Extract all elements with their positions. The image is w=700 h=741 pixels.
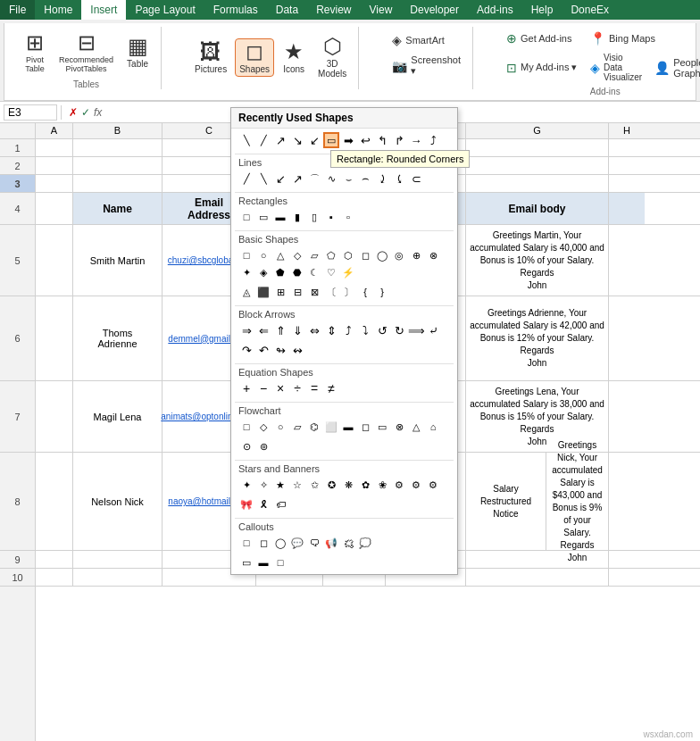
callout6[interactable]: 📢 [323,535,339,551]
cell-a7[interactable] [36,381,73,452]
cell-a6[interactable] [36,296,73,380]
star3[interactable]: ★ [272,477,288,493]
bs18[interactable]: ♡ [323,264,339,280]
fc7[interactable]: ▬ [340,419,356,435]
fc5[interactable]: ⌬ [306,419,322,435]
bing-maps-button[interactable]: 📍 Bing Maps [586,29,660,48]
callout11[interactable]: □ [272,554,288,570]
bs16[interactable]: ⬣ [289,264,305,280]
cell-h10[interactable] [609,569,645,586]
bs5[interactable]: ▱ [306,247,322,263]
star5[interactable]: ✩ [306,477,322,493]
row-num-10[interactable]: 10 [0,569,35,587]
bs8[interactable]: ◻ [357,247,373,263]
bs4[interactable]: ◇ [289,247,305,263]
col-header-h[interactable]: H [609,123,645,138]
fc13[interactable]: ⊙ [238,438,254,454]
cell-g4-email-body-header[interactable]: Email body [466,193,609,224]
fc1[interactable]: □ [238,419,254,435]
ba3[interactable]: ⇑ [272,322,288,338]
cell-h5[interactable] [609,225,645,296]
bs6[interactable]: ⬠ [323,247,339,263]
line-bracket[interactable]: ⊂ [408,171,424,187]
star1[interactable]: ✦ [238,477,254,493]
shape-right-arrow[interactable]: ➡ [340,132,356,148]
shape-bend1[interactable]: ↩ [357,132,373,148]
bs15[interactable]: ⬟ [272,264,288,280]
cell-g8-email-body[interactable]: Greetings Nick, Your accumulated Salary … [546,453,609,550]
bs17[interactable]: ☾ [306,264,322,280]
fc6[interactable]: ⬜ [323,419,339,435]
cell-b7-name[interactable]: Magil Lena [73,381,162,452]
shape-arrow4[interactable]: → [408,132,424,148]
bs12[interactable]: ⊗ [425,247,441,263]
callout5[interactable]: 🗨 [306,535,322,551]
rect5[interactable]: ▯ [306,209,322,225]
menu-addins[interactable]: Add-ins [468,0,522,20]
menu-doneex[interactable]: DoneEx [562,0,618,20]
recommended-pivottables-button[interactable]: ⊟ RecommendedPivotTables [54,29,118,76]
row-num-9[interactable]: 9 [0,551,35,569]
shape-arrow3[interactable]: ↙ [306,132,322,148]
bs20[interactable]: ◬ [238,284,254,300]
bs1[interactable]: □ [238,247,254,263]
row-num-7[interactable]: 7 [0,381,35,453]
line-elbow2[interactable]: ⤹ [391,171,407,187]
cell-g3[interactable] [466,175,609,192]
menu-review[interactable]: Review [307,0,360,20]
bs24[interactable]: ⊠ [306,284,322,300]
row-num-8[interactable]: 8 [0,453,35,551]
line-ul[interactable]: ↙ [272,171,288,187]
line-arc2[interactable]: ⌣ [340,171,356,187]
rect3[interactable]: ▬ [272,209,288,225]
cell-a5[interactable] [36,225,73,296]
my-addins-button[interactable]: ⊡ My Add-ins ▾ [502,50,582,85]
callout1[interactable]: □ [238,535,254,551]
shapes-button[interactable]: ◻ Shapes [235,38,274,77]
eq3[interactable]: × [272,380,288,396]
cell-notice[interactable]: Salary Restructured Notice [466,453,546,550]
gear1[interactable]: ⚙ [391,477,407,493]
line-back[interactable]: ╲ [255,171,271,187]
callout4[interactable]: 💬 [289,535,305,551]
ba6[interactable]: ⇕ [323,322,339,338]
ba11[interactable]: ⟹ [408,322,424,338]
cell-a1[interactable] [36,139,73,156]
eq1[interactable]: + [238,380,254,396]
ba9[interactable]: ↺ [374,322,390,338]
bs28[interactable]: } [374,284,390,300]
ba13[interactable]: ↷ [238,342,254,358]
shape-line2[interactable]: ╱ [255,132,271,148]
ba14[interactable]: ↶ [255,342,271,358]
menu-home[interactable]: Home [35,0,81,20]
callout2[interactable]: ◻ [255,535,271,551]
fc14[interactable]: ⊚ [255,438,271,454]
bs10[interactable]: ◎ [391,247,407,263]
line-ur[interactable]: ↗ [289,171,305,187]
cell-h2[interactable] [609,157,645,174]
bs7[interactable]: ⬡ [340,247,356,263]
menu-page-layout[interactable]: Page Layout [126,0,204,20]
cell-b1[interactable] [73,139,162,156]
bs21[interactable]: ⬛ [255,284,271,300]
pictures-button[interactable]: 🖼 Pictures [190,38,231,77]
cell-a8[interactable] [36,453,73,550]
ba7[interactable]: ⤴ [340,322,356,338]
screenshot-button[interactable]: 📷 Screenshot ▾ [388,52,465,79]
cell-a3[interactable] [36,175,73,192]
line-arc1[interactable]: ⌒ [306,171,322,187]
row-num-6[interactable]: 6 [0,296,35,381]
menu-file[interactable]: File [0,0,35,20]
get-addins-button[interactable]: ⊕ Get Add-ins [502,29,582,48]
bs13[interactable]: ✦ [238,264,254,280]
cell-g1[interactable] [466,139,609,156]
row-num-3[interactable]: 3 [0,175,35,193]
row-num-1[interactable]: 1 [0,139,35,157]
cell-h7[interactable] [609,381,645,452]
cell-b6-name[interactable]: ThomsAdrienne [73,296,162,380]
menu-help[interactable]: Help [522,0,562,20]
cell-g2[interactable] [466,157,609,174]
fc3[interactable]: ○ [272,419,288,435]
shape-line1[interactable]: ╲ [238,132,254,148]
bs23[interactable]: ⊟ [289,284,305,300]
